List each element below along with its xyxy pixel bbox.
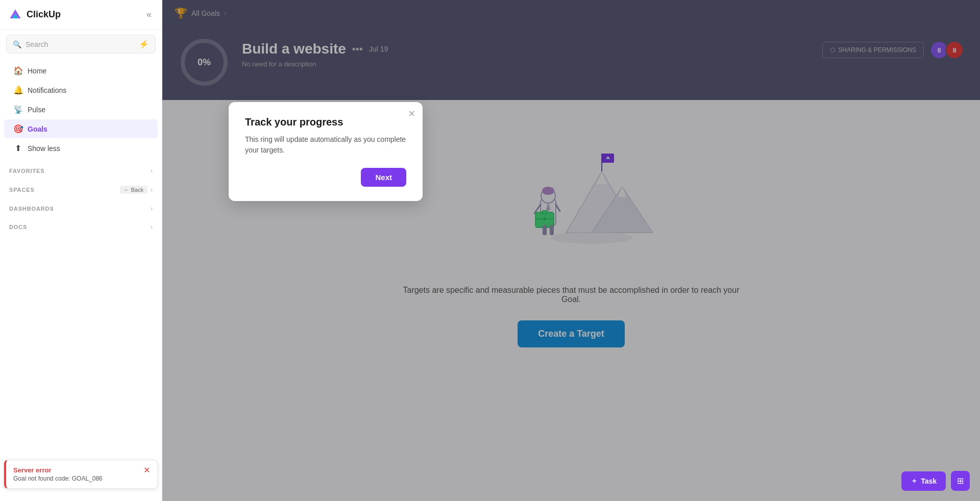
sidebar-item-show-less-label: Show less xyxy=(28,144,60,153)
dashboards-label: DASHBOARDS xyxy=(9,206,54,212)
logo-text: ClickUp xyxy=(27,9,61,20)
spaces-chevron-icon: › xyxy=(151,186,153,193)
chevron-up-icon: ⬆ xyxy=(13,143,22,153)
docs-label: DOCS xyxy=(9,224,27,230)
modal-next-button[interactable]: Next xyxy=(361,168,406,187)
sidebar-item-pulse-label: Pulse xyxy=(28,106,45,114)
sidebar-item-pulse[interactable]: 📡 Pulse xyxy=(4,100,158,119)
dashboards-section[interactable]: DASHBOARDS › xyxy=(0,201,162,216)
add-task-button[interactable]: ＋ Task xyxy=(901,471,946,491)
dashboards-chevron-icon: › xyxy=(151,205,153,212)
sidebar-item-show-less[interactable]: ⬆ Show less xyxy=(4,139,158,158)
modal-body: This ring will update automatically as y… xyxy=(245,134,406,156)
sidebar: ClickUp « 🔍 Search ⚡ 🏠 Home 🔔 Notificati… xyxy=(0,0,162,501)
grid-icon: ⊞ xyxy=(957,477,964,485)
sidebar-item-goals[interactable]: 🎯 Goals xyxy=(4,119,158,138)
modal-close-button[interactable]: ✕ xyxy=(408,109,415,118)
docs-section[interactable]: DOCS › xyxy=(0,219,162,235)
error-description: Goal not found code: GOAL_086 xyxy=(13,475,103,482)
spaces-section-right: ← Back › xyxy=(120,186,153,194)
modal-title: Track your progress xyxy=(245,116,406,128)
home-icon: 🏠 xyxy=(13,66,22,76)
search-placeholder: Search xyxy=(26,40,48,48)
favorites-section[interactable]: FAVORITES › xyxy=(0,163,162,179)
collapse-sidebar-button[interactable]: « xyxy=(144,7,154,22)
error-close-button[interactable]: ✕ xyxy=(143,466,150,474)
back-label: Back xyxy=(131,187,143,193)
sidebar-item-home-label: Home xyxy=(28,67,46,75)
track-progress-modal: ✕ Track your progress This ring will upd… xyxy=(229,102,423,201)
sidebar-item-notifications[interactable]: 🔔 Notifications xyxy=(4,81,158,99)
logo-area: ClickUp xyxy=(8,8,61,22)
modal-overlay: ✕ Track your progress This ring will upd… xyxy=(162,0,980,501)
sidebar-item-home[interactable]: 🏠 Home xyxy=(4,61,158,80)
clickup-logo-icon xyxy=(8,8,22,22)
add-task-label: Task xyxy=(921,477,937,485)
error-title: Server error xyxy=(13,466,103,474)
goals-icon: 🎯 xyxy=(13,124,22,134)
bell-icon: 🔔 xyxy=(13,85,22,95)
error-toast: Server error Goal not found code: GOAL_0… xyxy=(4,460,158,489)
plus-icon: ＋ xyxy=(911,477,918,486)
more-options-button[interactable]: ⊞ xyxy=(951,471,970,491)
search-icon: 🔍 xyxy=(13,40,21,48)
docs-chevron-icon: › xyxy=(151,223,153,231)
sidebar-item-notifications-label: Notifications xyxy=(28,86,66,94)
favorites-chevron-icon: › xyxy=(151,167,153,174)
back-arrow-icon: ← xyxy=(124,187,130,193)
nav-items: 🏠 Home 🔔 Notifications 📡 Pulse 🎯 Goals ⬆… xyxy=(0,59,162,160)
sidebar-header: ClickUp « xyxy=(0,0,162,30)
sidebar-item-goals-label: Goals xyxy=(28,125,47,133)
error-text-area: Server error Goal not found code: GOAL_0… xyxy=(13,466,103,482)
pulse-icon: 📡 xyxy=(13,105,22,114)
main-content: 🏆 All Goals › 0% Build a website ••• Jul… xyxy=(162,0,980,501)
search-bar[interactable]: 🔍 Search ⚡ xyxy=(6,35,156,54)
back-tag[interactable]: ← Back xyxy=(120,186,148,194)
spaces-section[interactable]: SPACES ← Back › xyxy=(0,182,162,198)
spaces-label: SPACES xyxy=(9,187,35,193)
lightning-button[interactable]: ⚡ xyxy=(139,39,149,49)
bottom-right-actions: ＋ Task ⊞ xyxy=(901,471,970,491)
favorites-label: FAVORITES xyxy=(9,168,44,174)
